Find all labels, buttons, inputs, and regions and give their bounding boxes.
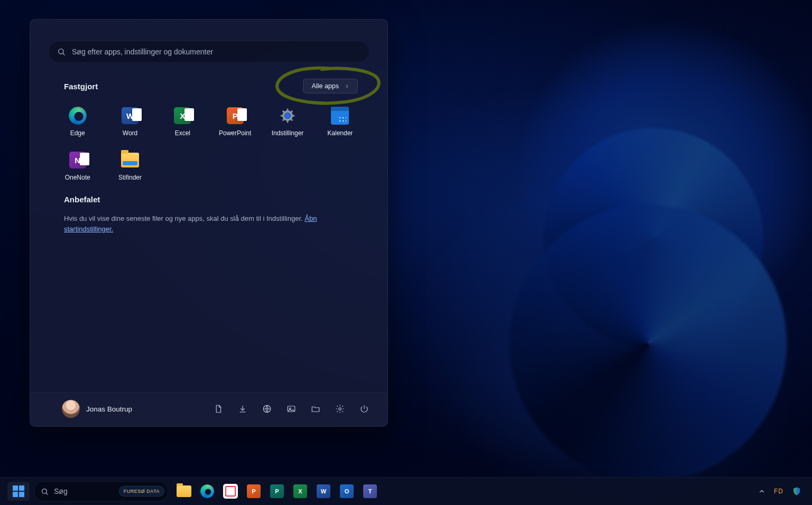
pinned-app-label: Stifinder <box>118 174 142 181</box>
all-apps-label: Alle apps <box>312 82 339 90</box>
edge-icon <box>69 107 87 125</box>
download-icon <box>238 404 247 414</box>
search-icon <box>41 488 49 495</box>
pinned-app-file-explorer[interactable]: Stifinder <box>104 145 156 184</box>
taskbar-app-word[interactable]: W <box>314 482 333 501</box>
taskbar-app-snipping-tool[interactable] <box>221 482 240 501</box>
taskbar-tray: FD <box>758 487 805 496</box>
footer-row <box>213 404 370 414</box>
pinned-app-label: Kalender <box>327 129 353 137</box>
gear-icon <box>279 107 297 125</box>
recommended-hint-text: Hvis du vil vise dine seneste filer og n… <box>64 214 304 222</box>
pinned-app-label: OneNote <box>65 174 90 181</box>
pinned-app-excel[interactable]: X Excel <box>156 101 209 140</box>
taskbar-app-excel[interactable]: X <box>291 482 310 501</box>
user-name: Jonas Boutrup <box>86 405 132 413</box>
powerpoint-icon: P <box>247 484 261 498</box>
taskbar-app-edge[interactable] <box>198 482 217 501</box>
pinned-app-settings[interactable]: Indstillinger <box>261 101 313 140</box>
pinned-app-edge[interactable]: Edge <box>51 101 104 140</box>
start-button[interactable] <box>7 482 30 501</box>
word-icon: W <box>317 484 330 498</box>
tray-indicator: FD <box>774 488 783 495</box>
svg-point-4 <box>285 113 290 118</box>
svg-line-10 <box>46 493 48 494</box>
pinned-section-title: Fastgjort <box>64 82 98 91</box>
file-explorer-button[interactable] <box>310 404 321 414</box>
taskbar-apps: P P X W O T <box>174 482 380 501</box>
downloads-folder-button[interactable] <box>237 404 248 414</box>
folder-outline-icon <box>311 404 320 414</box>
pinned-app-label: Edge <box>70 129 85 137</box>
pinned-app-label: Excel <box>175 129 190 137</box>
publisher-icon: P <box>270 484 284 498</box>
snipping-icon <box>223 484 238 499</box>
pinned-app-word[interactable]: W Word <box>104 101 156 140</box>
tray-overflow-button[interactable] <box>758 488 765 495</box>
globe-icon <box>262 404 272 414</box>
power-button[interactable] <box>359 404 370 414</box>
outlook-icon: O <box>340 484 354 498</box>
powerpoint-icon: P <box>227 107 244 124</box>
windows-logo-icon <box>13 485 24 497</box>
taskbar-app-powerpoint[interactable]: P <box>244 482 263 501</box>
network-button[interactable] <box>262 404 272 414</box>
gear-outline-icon <box>335 404 345 414</box>
chevron-right-icon <box>344 83 350 89</box>
pinned-app-label: Indstillinger <box>272 129 304 137</box>
pinned-app-calendar[interactable]: Kalender <box>314 101 366 140</box>
taskbar-app-outlook[interactable]: O <box>337 482 356 501</box>
search-icon <box>57 48 66 56</box>
photos-icon <box>287 404 296 414</box>
recommended-section-title: Anbefalet <box>64 195 354 204</box>
svg-point-8 <box>339 408 342 410</box>
power-icon <box>359 404 369 414</box>
pinned-app-label: Word <box>123 129 137 137</box>
pictures-folder-button[interactable] <box>286 404 297 414</box>
pinned-grid: Edge W Word X Excel P PowerPoint <box>30 97 387 184</box>
svg-line-1 <box>63 53 64 55</box>
folder-icon <box>121 153 139 167</box>
edge-icon <box>200 484 214 498</box>
taskbar-search-chip: FURESØ DATA <box>119 486 164 497</box>
document-icon <box>214 404 223 414</box>
word-icon: W <box>122 107 139 124</box>
security-shield-icon[interactable] <box>792 487 801 496</box>
taskbar-app-teams[interactable]: T <box>361 482 380 501</box>
calendar-icon <box>331 107 349 125</box>
pinned-app-powerpoint[interactable]: P PowerPoint <box>209 101 261 140</box>
taskbar: Søg FURESØ DATA P P X W O T FD <box>0 477 812 505</box>
pinned-app-onenote[interactable]: N OneNote <box>51 145 104 184</box>
excel-icon: X <box>293 484 307 498</box>
start-search-placeholder: Søg efter apps, indstillinger og dokumen… <box>72 48 213 56</box>
documents-folder-button[interactable] <box>213 404 224 414</box>
taskbar-app-file-explorer[interactable] <box>174 482 193 501</box>
onenote-icon: N <box>69 152 86 169</box>
avatar <box>62 400 80 418</box>
teams-icon: T <box>363 484 377 498</box>
folder-icon <box>177 485 191 497</box>
taskbar-search-input[interactable]: Søg FURESØ DATA <box>34 481 168 501</box>
start-menu: Søg efter apps, indstillinger og dokumen… <box>30 19 388 427</box>
pinned-app-label: PowerPoint <box>219 129 251 137</box>
settings-button[interactable] <box>335 404 345 414</box>
start-search-input[interactable]: Søg efter apps, indstillinger og dokumen… <box>48 41 370 63</box>
all-apps-button[interactable]: Alle apps <box>303 79 358 93</box>
taskbar-app-publisher[interactable]: P <box>267 482 287 501</box>
user-account-button[interactable]: Jonas Boutrup <box>62 400 132 418</box>
taskbar-search-placeholder: Søg <box>54 487 114 495</box>
excel-icon: X <box>174 107 191 124</box>
recommended-hint: Hvis du vil vise dine seneste filer og n… <box>64 213 354 234</box>
